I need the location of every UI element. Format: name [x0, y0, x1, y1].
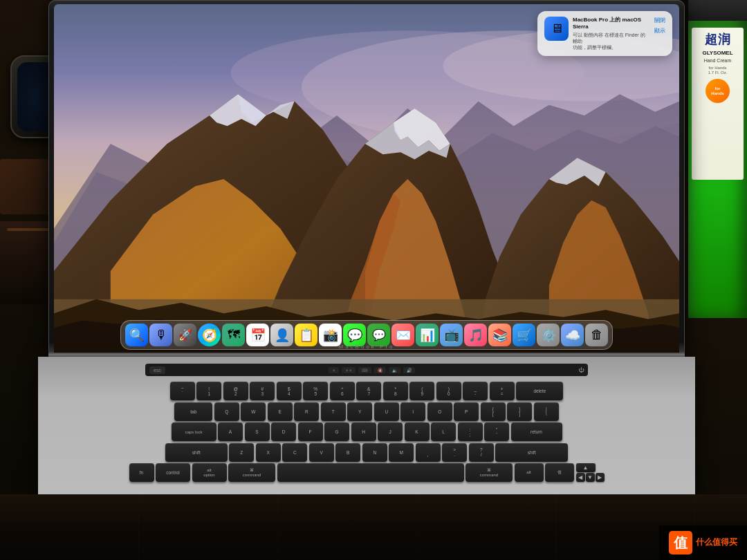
key-row-numbers: ~` !1 @2 #3 $4 %5 ^6 &7 *8 (9 )0 _- += d…: [90, 382, 643, 400]
key-lbracket[interactable]: {[: [481, 402, 506, 421]
key-g[interactable]: G: [324, 422, 349, 441]
key-e[interactable]: E: [268, 402, 293, 421]
dock-icon-finder[interactable]: 🔍: [125, 324, 148, 346]
notification-title: MacBook Pro 上的 macOS Sierra: [573, 17, 650, 31]
key-space[interactable]: [277, 463, 464, 482]
key-k[interactable]: K: [405, 422, 430, 441]
key-s[interactable]: S: [245, 422, 270, 441]
key-u[interactable]: U: [374, 402, 399, 421]
key-i[interactable]: I: [400, 402, 425, 421]
key-minus[interactable]: _-: [463, 382, 488, 400]
key-w[interactable]: W: [241, 402, 266, 421]
dock-icon-sysprefs[interactable]: ⚙️: [537, 324, 560, 346]
touch-bar[interactable]: esc ☀ ☀☀ ⌨ 🔇 🔈 🔊 ⏻: [145, 364, 588, 376]
key-b[interactable]: B: [335, 443, 360, 462]
screen-bezel: 🖥 MacBook Pro 上的 macOS Sierra 可以 動態內容 在標…: [54, 4, 679, 353]
macbook-lid: 🖥 MacBook Pro 上的 macOS Sierra 可以 動態內容 在標…: [48, 0, 685, 353]
key-capslock[interactable]: caps lock: [172, 422, 216, 441]
arrow-key-group: ▲ ◀ ▼ ▶: [576, 463, 605, 482]
key-tilde[interactable]: ~`: [170, 382, 195, 400]
dock-icon-safari[interactable]: 🧭: [198, 324, 221, 346]
key-semicolon[interactable]: :;: [458, 422, 483, 441]
dock-icon-notes[interactable]: 📋: [295, 324, 317, 346]
key-3[interactable]: #3: [250, 382, 275, 400]
dock-icon-icloud[interactable]: ☁️: [561, 324, 584, 346]
dock-icon-siri[interactable]: 🎙: [149, 324, 172, 346]
desk-surface: [0, 494, 747, 560]
key-c[interactable]: C: [282, 443, 307, 462]
key-p[interactable]: P: [454, 402, 479, 421]
key-arrow-right[interactable]: ▶: [596, 473, 605, 482]
key-option-left[interactable]: altoption: [192, 463, 227, 482]
dock-icon-trash[interactable]: 🗑: [585, 324, 608, 346]
key-t[interactable]: T: [321, 402, 346, 421]
macos-notification[interactable]: 🖥 MacBook Pro 上的 macOS Sierra 可以 動態內容 在標…: [537, 11, 672, 56]
dock-icon-airplay[interactable]: 📺: [440, 324, 463, 346]
main-photo: 超润 GLYSOMEL Hand Cream for Hands1.7 Fl. …: [0, 0, 747, 560]
key-command-right[interactable]: ⌘command: [465, 463, 513, 482]
key-1[interactable]: !1: [196, 382, 221, 400]
key-m[interactable]: M: [389, 443, 414, 462]
key-9[interactable]: (9: [409, 382, 434, 400]
dock-icon-books[interactable]: 📚: [488, 324, 511, 346]
key-0[interactable]: )0: [436, 382, 461, 400]
key-a[interactable]: A: [218, 422, 243, 441]
key-n[interactable]: N: [362, 443, 387, 462]
dock-icon-numbers[interactable]: 📊: [416, 324, 439, 346]
key-r[interactable]: R: [294, 402, 319, 421]
key-x[interactable]: X: [256, 443, 281, 462]
bottle-label: 超润 GLYSOMEL Hand Cream for Hands1.7 Fl. …: [692, 28, 744, 180]
key-f[interactable]: F: [298, 422, 323, 441]
key-shift-left[interactable]: shift: [165, 443, 228, 462]
touch-bar-esc[interactable]: esc: [149, 366, 165, 374]
key-fn[interactable]: fn: [129, 463, 154, 482]
key-7[interactable]: &7: [356, 382, 381, 400]
key-l[interactable]: L: [431, 422, 456, 441]
dock-icon-itunes[interactable]: 🎵: [464, 324, 487, 346]
key-return[interactable]: return: [511, 422, 562, 441]
key-period[interactable]: >.: [442, 443, 467, 462]
key-alt-right[interactable]: alt: [515, 463, 544, 482]
key-o[interactable]: O: [427, 402, 452, 421]
key-rbracket[interactable]: }]: [507, 402, 532, 421]
touch-bar-power[interactable]: ⏻: [578, 367, 584, 373]
dock-icon-calendar[interactable]: 📅: [246, 324, 269, 346]
key-2[interactable]: @2: [223, 382, 248, 400]
key-h[interactable]: H: [351, 422, 376, 441]
notification-body: 可以 動態內容 在標達在 Finder 的 輔助 功能，調整平標欄。: [573, 32, 650, 50]
notification-show-btn[interactable]: 顯示: [654, 27, 665, 35]
dock-icon-launchpad[interactable]: 🚀: [174, 324, 196, 346]
key-arrow-up[interactable]: ▲: [576, 463, 596, 472]
key-5[interactable]: %5: [303, 382, 328, 400]
touch-bar-controls: ☀ ☀☀ ⌨ 🔇 🔈 🔊: [167, 367, 576, 373]
key-j[interactable]: J: [378, 422, 403, 441]
key-4[interactable]: $4: [277, 382, 302, 400]
key-quote[interactable]: "': [484, 422, 509, 441]
notification-close-btn[interactable]: 關閉: [654, 17, 665, 24]
dock-icon-appstore[interactable]: 🛒: [513, 324, 535, 346]
key-d[interactable]: D: [271, 422, 296, 441]
key-arrow-left[interactable]: ◀: [576, 473, 585, 482]
key-control[interactable]: control: [156, 463, 190, 482]
dock-icon-maps[interactable]: 🗺: [222, 324, 245, 346]
key-command-left[interactable]: ⌘command: [228, 463, 275, 482]
key-equals[interactable]: +=: [490, 382, 515, 400]
key-q[interactable]: Q: [214, 402, 239, 421]
key-z[interactable]: Z: [229, 443, 254, 462]
key-slash[interactable]: ?/: [469, 443, 494, 462]
dock-icon-contacts[interactable]: 👤: [270, 324, 293, 346]
key-row-bottom: fn control altoption ⌘command ⌘command a…: [90, 463, 643, 482]
key-8[interactable]: *8: [383, 382, 408, 400]
key-shift-right[interactable]: shift: [495, 443, 568, 462]
key-option-right[interactable]: 值: [545, 463, 574, 482]
key-backslash[interactable]: |\: [534, 402, 559, 421]
bottle-brand-cn: 超润: [705, 31, 731, 48]
key-6[interactable]: ^6: [330, 382, 355, 400]
key-arrow-down[interactable]: ▼: [586, 473, 595, 482]
key-y[interactable]: Y: [347, 402, 372, 421]
dock-icon-mail[interactable]: ✉️: [391, 324, 414, 346]
key-tab[interactable]: tab: [174, 402, 212, 421]
key-comma[interactable]: ,: [416, 443, 441, 462]
key-delete[interactable]: delete: [516, 382, 563, 400]
key-v[interactable]: V: [309, 443, 334, 462]
